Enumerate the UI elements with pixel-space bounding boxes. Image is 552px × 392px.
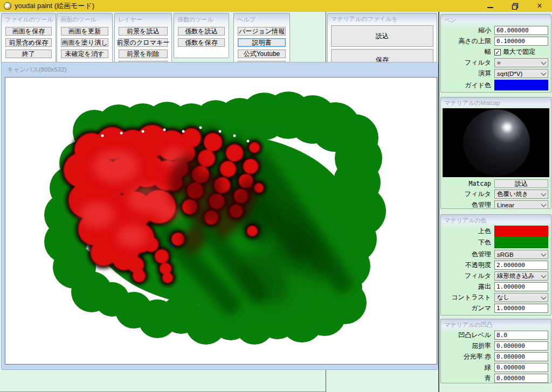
group-title: ペン: [441, 15, 551, 24]
matcap-load-button[interactable]: 読込: [494, 179, 548, 188]
contrast-select[interactable]: なし: [494, 293, 548, 302]
title-bar: youdai paint (絵画モード) ×: [0, 0, 552, 12]
top-color-swatch[interactable]: [494, 226, 548, 237]
contrast-row: コントラスト なし: [443, 293, 549, 302]
checkbox-check-icon: ✓: [494, 49, 501, 55]
refraction-label: 屈折率: [443, 341, 494, 351]
color-mgmt-label: 色管理: [443, 250, 494, 259]
save-coefficients-button[interactable]: 係数を保存: [178, 38, 225, 47]
bottom-color-row: 下色: [443, 237, 549, 248]
group-pen: ペン 縮小 高さの上限 幅 ✓ 最大で固定 フィルタ =: [440, 14, 551, 93]
fix-max-checkbox[interactable]: ✓ 最大で固定: [494, 47, 548, 57]
group-title: マテリアルのファイルを: [328, 13, 437, 23]
matcap-sphere: [463, 109, 530, 176]
matcap-color-mgmt-select[interactable]: Linear: [494, 200, 548, 209]
pen-operation-row: 演算 sqrt(D*V): [443, 69, 549, 78]
group-coeff-tools: 係数のツール 係数を読込 係数を保存: [174, 13, 229, 58]
spectral-blue-label: 青: [443, 374, 494, 383]
load-coefficients-button[interactable]: 係数を読込: [178, 27, 225, 36]
matcap-label: Matcap: [443, 180, 494, 187]
group-screen-tools: 画面のツール 画面を更新 画面を塗り潰し 未確定を消す: [57, 13, 113, 65]
color-filter-label: フィルタ: [443, 271, 494, 281]
shrink-label: 縮小: [443, 26, 494, 35]
group-title: ヘルプ: [234, 13, 289, 24]
exposure-input[interactable]: [494, 282, 548, 291]
spectral-red-row: 分光率 赤: [443, 352, 549, 361]
spectral-green-input[interactable]: [494, 363, 548, 372]
version-info-button[interactable]: バージョン情報: [238, 27, 286, 36]
material-load-button[interactable]: 読込: [331, 25, 433, 47]
bump-level-row: 凹凸レベル: [443, 331, 549, 340]
save-with-foreground-button[interactable]: 前景含め保存: [5, 38, 52, 47]
matcap-filter-row: フィルタ 色覆い焼き: [443, 190, 549, 199]
update-screen-button[interactable]: 画面を更新: [61, 27, 108, 36]
opacity-input[interactable]: [494, 261, 548, 270]
exit-button[interactable]: 終了: [5, 50, 52, 58]
group-matcap: マテリアルのMatcap Matcap 読込 フィルタ 色覆い焼き 色管理 Li…: [440, 97, 551, 209]
matcap-color-mgmt-value: Linear: [497, 202, 514, 208]
contrast-value: なし: [497, 293, 510, 302]
canvas-window: キャンバス(800x532): [1, 62, 438, 370]
height-limit-label: 高さの上限: [443, 37, 494, 46]
pen-width-row: 幅 ✓ 最大で固定: [443, 47, 549, 57]
restore-button[interactable]: [502, 0, 527, 12]
opacity-label: 不透明度: [443, 261, 494, 270]
restore-icon: [512, 3, 519, 10]
close-icon: ×: [537, 2, 542, 10]
erase-pending-button[interactable]: 未確定を消す: [61, 50, 108, 58]
official-youtube-button[interactable]: 公式Youtube: [238, 50, 286, 58]
bottom-color-label: 下色: [443, 238, 494, 247]
pen-height-limit-row: 高さの上限: [443, 37, 549, 46]
spectral-green-label: 緑: [443, 363, 494, 372]
close-button[interactable]: ×: [527, 0, 552, 12]
spectral-red-input[interactable]: [494, 352, 548, 361]
app-icon: [4, 2, 11, 10]
height-limit-input[interactable]: [494, 37, 548, 46]
color-mgmt-row: 色管理 sRGB: [443, 250, 549, 259]
chevron-down-icon: [541, 70, 547, 75]
pen-shrink-row: 縮小: [443, 26, 549, 35]
manual-button[interactable]: 説明書: [238, 38, 286, 47]
matcap-load-row: Matcap 読込: [443, 179, 549, 188]
matcap-color-mgmt-row: 色管理 Linear: [443, 200, 549, 209]
gamma-input[interactable]: [494, 304, 548, 313]
spectral-blue-input[interactable]: [494, 374, 548, 383]
canvas-window-title: キャンバス(800x532): [2, 62, 438, 74]
gamma-row: ガンマ: [443, 304, 549, 313]
delete-foreground-button[interactable]: 前景を削除: [119, 50, 168, 58]
group-help: ヘルプ バージョン情報 説明書 公式Youtube: [233, 13, 290, 65]
group-title: マテリアルの色: [441, 215, 551, 225]
contrast-label: コントラスト: [443, 293, 494, 302]
matcap-preview: [443, 108, 549, 177]
chevron-down-icon: [541, 294, 547, 299]
canvas-area[interactable]: [5, 77, 437, 365]
bump-level-input[interactable]: [494, 331, 548, 340]
refraction-input[interactable]: [494, 341, 548, 351]
minimize-button[interactable]: [478, 0, 502, 12]
shrink-input[interactable]: [494, 26, 548, 35]
right-panel: ペン 縮小 高さの上限 幅 ✓ 最大で固定 フィルタ =: [439, 12, 552, 392]
color-mgmt-select[interactable]: sRGB: [494, 250, 548, 259]
fill-screen-button[interactable]: 画面を塗り潰し: [61, 38, 108, 47]
chevron-down-icon: [541, 251, 547, 256]
pen-filter-select[interactable]: =: [494, 58, 548, 67]
operation-select[interactable]: sqrt(D*V): [494, 69, 548, 78]
pen-filter-value: =: [497, 60, 501, 66]
top-color-row: 上色: [443, 226, 549, 237]
group-title: 係数のツール: [174, 13, 229, 24]
color-filter-value: 線形焼き込み: [497, 272, 535, 280]
bottom-color-swatch[interactable]: [494, 237, 548, 248]
window-title: youdai paint (絵画モード): [15, 1, 94, 11]
pen-filter-row: フィルタ =: [443, 58, 549, 67]
color-filter-select[interactable]: 線形焼き込み: [494, 271, 548, 281]
save-screen-button[interactable]: 画面を保存: [5, 27, 52, 36]
color-filter-row: フィルタ 線形焼き込み: [443, 271, 549, 281]
load-foreground-button[interactable]: 前景を読込: [119, 27, 168, 36]
app-window: youdai paint (絵画モード) × ファイルのツール 画面を保存 前景…: [0, 0, 552, 392]
window-controls: ×: [478, 0, 552, 12]
group-title: ファイルのツール: [2, 13, 56, 24]
matcap-filter-select[interactable]: 色覆い焼き: [494, 190, 548, 199]
guide-color-swatch[interactable]: [494, 80, 548, 90]
foreground-chromakey-button[interactable]: 前景のクロマキー: [119, 38, 168, 47]
spectral-red-label: 分光率 赤: [443, 352, 494, 361]
